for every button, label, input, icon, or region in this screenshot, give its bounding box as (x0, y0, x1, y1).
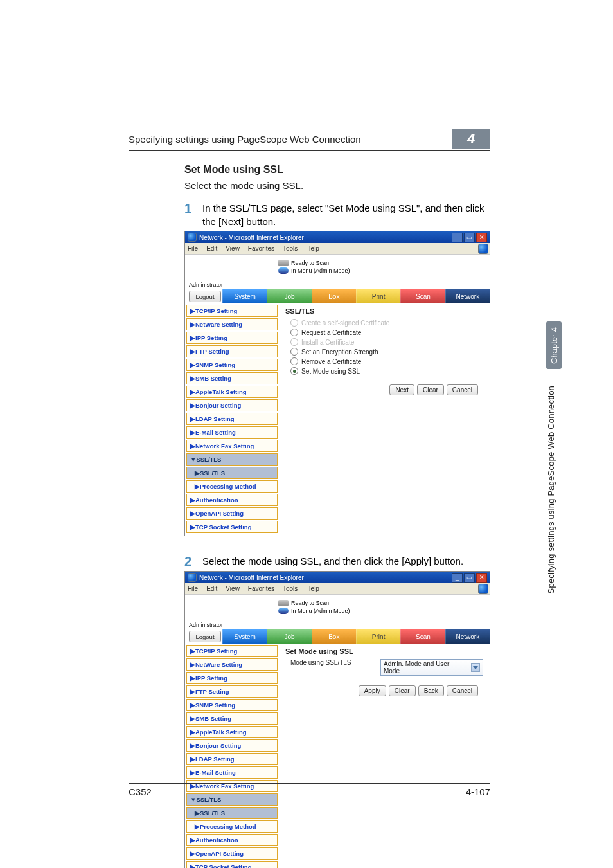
sidebar-item[interactable]: ▶OpenAPI Setting (186, 847, 278, 860)
next-button[interactable]: Next (389, 384, 414, 395)
section-heading: Set Mode using SSL (184, 164, 490, 176)
radio-cert-remove[interactable] (290, 357, 298, 365)
sidebar-item-processing[interactable]: ▶Processing Method (186, 480, 278, 493)
sidebar-item-ssltls[interactable]: ▶SSL/TLS (186, 807, 278, 819)
sidebar-item[interactable]: ▶LDAP Setting (186, 753, 278, 765)
maximize-button[interactable]: ▭ (464, 573, 475, 583)
sidebar-item-processing[interactable]: ▶Processing Method (186, 820, 278, 833)
cancel-button[interactable]: Cancel (447, 384, 478, 395)
status-mode: In Menu (Admin Mode) (291, 608, 350, 614)
sidebar-item[interactable]: ▶SNMP Setting (186, 699, 278, 711)
menu-edit[interactable]: Edit (206, 585, 217, 592)
sidebar-item[interactable]: ▶AppleTalk Setting (186, 386, 278, 398)
status-ready: Ready to Scan (291, 260, 329, 266)
menu-help[interactable]: Help (306, 245, 319, 252)
minimize-button[interactable]: _ (452, 233, 463, 242)
menu-favorites[interactable]: Favorites (248, 245, 274, 252)
radio-encryption-strength[interactable] (290, 348, 298, 356)
sidebar-item[interactable]: ▶Network Fax Setting (186, 440, 278, 452)
clear-button[interactable]: Clear (417, 384, 444, 395)
tab-system[interactable]: System (222, 629, 267, 644)
menu-view[interactable]: View (226, 585, 240, 592)
tab-scan[interactable]: Scan (400, 629, 445, 644)
footer-page-number: 4-107 (466, 786, 490, 797)
sidebar-item[interactable]: ▶TCP/IP Setting (186, 305, 278, 317)
sidebar-item[interactable]: ▶FTP Setting (186, 685, 278, 698)
cancel-button[interactable]: Cancel (447, 685, 478, 696)
radio-label: Create a self-signed Certificate (301, 320, 389, 327)
menu-favorites[interactable]: Favorites (248, 585, 274, 592)
tab-job[interactable]: Job (267, 629, 311, 644)
divider (285, 680, 483, 680)
menu-help[interactable]: Help (306, 585, 319, 592)
clear-button[interactable]: Clear (389, 685, 416, 696)
sidebar-item[interactable]: ▶IPP Setting (186, 332, 278, 344)
menu-file[interactable]: File (188, 585, 198, 592)
mode-select[interactable]: Admin. Mode and User Mode (380, 659, 483, 676)
chapter-thumb-text: Specifying settings using PageScope Web … (546, 386, 556, 593)
sidebar-item[interactable]: ▶SNMP Setting (186, 359, 278, 371)
back-button[interactable]: Back (418, 685, 444, 696)
menu-edit[interactable]: Edit (206, 245, 217, 252)
tab-network[interactable]: Network (445, 289, 490, 303)
sidebar-item[interactable]: ▶SMB Setting (186, 712, 278, 725)
minimize-button[interactable]: _ (452, 573, 463, 583)
sidebar-item[interactable]: ▶E-Mail Setting (186, 766, 278, 779)
sidebar-item[interactable]: ▶NetWare Setting (186, 658, 278, 671)
radio-cert-install[interactable] (290, 338, 298, 346)
sidebar-item[interactable]: ▶Bonjour Setting (186, 739, 278, 752)
chapter-badge: 4 (452, 129, 490, 149)
mode-label: Mode using SSL/TLS (290, 659, 380, 676)
sidebar-item[interactable]: ▶LDAP Setting (186, 413, 278, 425)
status-ready: Ready to Scan (291, 600, 329, 606)
admin-label: Administrator (189, 282, 223, 288)
sidebar-item[interactable]: ▶OpenAPI Setting (186, 507, 278, 520)
maximize-button[interactable]: ▭ (464, 233, 475, 242)
sidebar-item[interactable]: ▶TCP Socket Setting (186, 861, 278, 868)
sidebar-item[interactable]: ▶AppleTalk Setting (186, 726, 278, 738)
tab-job[interactable]: Job (267, 289, 311, 303)
sidebar-item-ssltls[interactable]: ▶SSL/TLS (186, 467, 278, 479)
menu-view[interactable]: View (226, 245, 240, 252)
menu-tools[interactable]: Tools (283, 585, 298, 592)
radio-cert-request[interactable] (290, 329, 298, 336)
tab-box[interactable]: Box (312, 289, 356, 303)
tab-scan[interactable]: Scan (400, 289, 445, 303)
sidebar-item[interactable]: ▶SMB Setting (186, 372, 278, 384)
window-title: Network - Microsoft Internet Explorer (199, 574, 304, 581)
radio-mode-ssl[interactable] (290, 367, 298, 375)
step-number-2: 2 (184, 554, 202, 568)
sidebar-item[interactable]: ▶TCP Socket Setting (186, 521, 278, 533)
tab-network[interactable]: Network (445, 629, 490, 644)
sidebar-item[interactable]: ▶Bonjour Setting (186, 399, 278, 411)
menu-file[interactable]: File (188, 245, 198, 252)
sidebar-item[interactable]: ▶Authentication (186, 494, 278, 506)
admin-label: Administrator (189, 622, 223, 628)
menu-tools[interactable]: Tools (283, 245, 298, 252)
tab-box[interactable]: Box (312, 629, 356, 644)
sidebar-item[interactable]: ▶E-Mail Setting (186, 426, 278, 439)
close-button[interactable]: ✕ (476, 573, 487, 583)
logout-button[interactable]: Logout (189, 631, 221, 642)
window-title: Network - Microsoft Internet Explorer (199, 234, 304, 241)
sidebar-item-ssltls-group[interactable]: ▼SSL/TLS (186, 453, 278, 466)
tab-print[interactable]: Print (356, 289, 400, 303)
tab-system[interactable]: System (222, 289, 267, 303)
chevron-down-icon (471, 663, 480, 672)
tab-print[interactable]: Print (356, 629, 400, 644)
logout-button[interactable]: Logout (189, 291, 221, 302)
close-button[interactable]: ✕ (476, 233, 487, 242)
panel-title: SSL/TLS (285, 307, 483, 315)
ie-icon (188, 233, 197, 242)
sidebar-item[interactable]: ▶NetWare Setting (186, 318, 278, 330)
sidebar-item[interactable]: ▶FTP Setting (186, 345, 278, 357)
step-text-1: In the SSL/TLS page, select "Set Mode us… (202, 201, 490, 228)
screenshot-2: Network - Microsoft Internet Explorer _ … (184, 571, 490, 868)
ie-throbber-icon (478, 244, 488, 254)
radio-cert-self[interactable] (290, 319, 298, 327)
sidebar-item[interactable]: ▶Authentication (186, 834, 278, 846)
sidebar-item[interactable]: ▶TCP/IP Setting (186, 645, 278, 657)
ie-icon (188, 573, 197, 582)
apply-button[interactable]: Apply (359, 685, 386, 696)
sidebar-item[interactable]: ▶IPP Setting (186, 672, 278, 684)
